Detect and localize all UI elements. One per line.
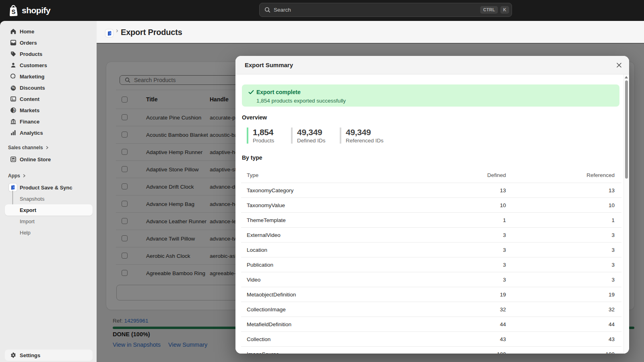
sidebar-section-sales-channels[interactable]: Sales channels <box>0 142 97 153</box>
sidebar-item-marketing[interactable]: Marketing <box>0 71 97 82</box>
by-type-row: MetafieldDefinition 44 44 <box>241 317 621 331</box>
customers-icon <box>10 62 17 68</box>
finance-icon <box>10 118 17 125</box>
sidebar-item-snapshots[interactable]: Snapshots <box>0 193 97 204</box>
overview-heading: Overview <box>242 114 267 121</box>
sidebar-item-import[interactable]: Import <box>0 216 97 227</box>
stat-value: 49,349 <box>297 128 326 137</box>
app-breadcrumb-icon[interactable] <box>105 29 113 37</box>
sidebar-item-products[interactable]: Products <box>0 48 97 60</box>
banner-message: 1,854 products exported successfully <box>256 98 346 104</box>
stat-products: 1,854 Products <box>247 128 274 144</box>
sidebar-section-apps[interactable]: Apps <box>0 170 97 181</box>
defined-cell: 3 <box>422 228 506 243</box>
by-type-table-header: Type Defined Referenced <box>241 168 621 183</box>
sidebar-item-label: Marketing <box>20 74 44 80</box>
by-type-row: Location 3 3 <box>241 242 621 257</box>
sidebar-item-settings[interactable]: Settings <box>0 350 97 361</box>
discounts-icon: % <box>10 84 17 91</box>
scrollbar-up-arrow[interactable] <box>625 76 628 78</box>
sidebar-item-label: Products <box>20 51 42 57</box>
markets-icon: $ <box>10 107 17 113</box>
by-type-col-defined: Defined <box>422 168 506 183</box>
stat-label: Products <box>253 138 274 144</box>
sidebar-item-label: Online Store <box>20 156 51 162</box>
sidebar-item-label: Home <box>20 29 34 35</box>
banner-title: Export complete <box>256 89 301 95</box>
by-type-row: Publication 3 3 <box>241 257 621 272</box>
sidebar-item-export[interactable]: Export <box>0 204 97 216</box>
referenced-cell: 3 <box>506 272 621 287</box>
sidebar-item-customers[interactable]: Customers <box>0 60 97 71</box>
defined-cell: 10 <box>422 198 506 213</box>
sidebar: Home Orders Products Customers Marketing… <box>0 21 97 362</box>
sidebar-item-orders[interactable]: Orders <box>0 37 97 48</box>
modal-scrollbar[interactable] <box>623 74 628 354</box>
kbd-ctrl: CTRL <box>480 6 498 14</box>
sidebar-item-home[interactable]: Home <box>0 26 97 37</box>
by-type-row: TaxonomyValue 10 10 <box>241 197 621 212</box>
sidebar-item-finance[interactable]: Finance <box>0 116 97 127</box>
type-cell: TaxonomyCategory <box>241 183 422 198</box>
sales-channels-heading: Sales channels <box>8 145 43 150</box>
sidebar-subitem-label: Snapshots <box>20 196 44 202</box>
referenced-cell: 100 <box>506 347 621 354</box>
close-icon[interactable] <box>616 62 622 68</box>
by-type-col-referenced: Referenced <box>506 168 621 183</box>
app-name-label: Product Save & Sync <box>20 185 72 191</box>
by-type-row: ExternalVideo 3 3 <box>241 227 621 242</box>
sidebar-item-online-store[interactable]: Online Store <box>0 154 97 165</box>
by-type-heading: By type <box>242 154 262 161</box>
sidebar-item-help[interactable]: Help <box>0 227 97 238</box>
type-cell: TaxonomyValue <box>241 198 422 213</box>
success-banner: Export complete 1,854 products exported … <box>242 84 619 107</box>
online-store-icon <box>10 156 17 162</box>
type-cell: MetafieldDefinition <box>241 317 422 332</box>
marketing-icon <box>10 73 17 80</box>
by-type-table: Type Defined Referenced TaxonomyCategory… <box>241 168 621 354</box>
sidebar-item-label: Customers <box>20 62 47 68</box>
settings-label: Settings <box>20 352 40 358</box>
defined-cell: 44 <box>422 317 506 332</box>
defined-cell: 100 <box>422 347 506 354</box>
apps-heading: Apps <box>8 173 20 179</box>
shopify-logo[interactable]: S shopify <box>8 4 50 17</box>
global-search-bar[interactable]: Search CTRL K <box>259 3 512 17</box>
type-cell: CollectionImage <box>241 302 422 317</box>
kbd-k: K <box>500 6 509 14</box>
shopify-wordmark: shopify <box>22 6 50 15</box>
defined-cell: 3 <box>422 243 506 257</box>
defined-cell: 3 <box>422 272 506 287</box>
stat-label: Referenced IDs <box>346 138 384 144</box>
type-cell: ImageSource <box>241 347 422 354</box>
by-type-col-type: Type <box>241 168 422 183</box>
breadcrumb-chevron: › <box>116 27 118 35</box>
analytics-icon <box>10 130 17 136</box>
orders-icon <box>10 39 17 46</box>
app-content: Search Products Title Handle Accurate Pi… <box>97 43 644 362</box>
sidebar-item-discounts[interactable]: % Discounts <box>0 82 97 93</box>
scrollbar-thumb[interactable] <box>625 80 628 179</box>
page-header: › Export Products <box>97 21 644 43</box>
modal-body: Export complete 1,854 products exported … <box>235 74 629 354</box>
product-save-sync-app-icon <box>9 183 17 191</box>
products-icon <box>10 51 17 57</box>
gear-icon <box>10 352 17 358</box>
sidebar-item-markets[interactable]: $ Markets <box>0 105 97 116</box>
shopify-bag-icon: S <box>8 4 19 17</box>
sidebar-item-label: Markets <box>20 107 39 113</box>
sidebar-item-content[interactable]: Content <box>0 93 97 105</box>
referenced-cell: 3 <box>506 257 621 272</box>
type-cell: Video <box>241 272 422 287</box>
sidebar-item-analytics[interactable]: Analytics <box>0 127 97 138</box>
home-icon <box>10 28 17 35</box>
sidebar-item-label: Analytics <box>20 130 43 136</box>
defined-cell: 32 <box>422 302 506 317</box>
stat-value: 49,349 <box>346 128 384 137</box>
defined-cell: 19 <box>422 287 506 302</box>
sidebar-subitem-label: Import <box>20 218 35 224</box>
page-title: Export Products <box>121 28 182 37</box>
type-cell: Location <box>241 243 422 257</box>
topbar: S shopify Search CTRL K <box>0 0 644 21</box>
content-icon <box>10 96 17 102</box>
